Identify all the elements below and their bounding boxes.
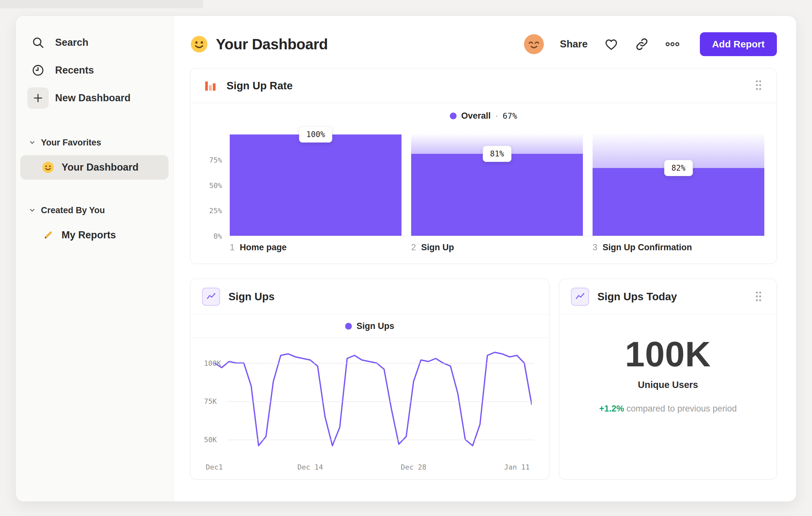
- sidebar-item-my-reports[interactable]: My Reports: [20, 223, 169, 247]
- funnel-bar[interactable]: 82%: [592, 134, 764, 236]
- smiley-emoji-icon: [190, 35, 208, 53]
- header-actions: Share Add Report: [524, 32, 777, 56]
- funnel-legend: Overall · 67%: [191, 103, 777, 125]
- chevron-down-icon: [29, 139, 36, 146]
- heart-icon: [604, 37, 619, 52]
- funnel-step-labels: 1Home page2Sign Up3Sign Up Confirmation: [230, 243, 764, 252]
- legend-label: Sign Ups: [356, 321, 394, 331]
- sidebar-item-recents[interactable]: Recents: [19, 56, 170, 84]
- funnel-step-index: 3: [592, 243, 598, 252]
- funnel-y-axis: 75%50%25%0%: [203, 134, 230, 236]
- sidebar-item-search[interactable]: Search: [19, 29, 170, 56]
- gridline: [227, 440, 533, 440]
- background-window-edge: [0, 0, 203, 8]
- funnel-bar-value-pill: 82%: [664, 160, 693, 176]
- drag-handle-icon[interactable]: [752, 77, 765, 94]
- card-title: Sign Ups: [228, 291, 274, 303]
- funnel-step-index: 1: [230, 243, 235, 252]
- line-chart-icon: [202, 288, 220, 306]
- line-plot-inner: Dec1Dec 14Dec 28Jan 11: [214, 343, 532, 458]
- funnel-bar-fill: [411, 154, 583, 236]
- section-header-your-favorites[interactable]: Your Favorites: [19, 133, 170, 153]
- section-your-favorites: Your Favorites Your Dashboard: [19, 133, 170, 180]
- funnel-bar[interactable]: 81%: [411, 134, 583, 236]
- section-title: Your Favorites: [41, 138, 101, 148]
- card-title: Sign Ups Today: [598, 291, 677, 303]
- page-title-wrap: Your Dashboard: [190, 35, 328, 53]
- gridline: [227, 401, 533, 402]
- page-title: Your Dashboard: [216, 35, 328, 53]
- card-sign-ups-today: Sign Ups Today 100K Unique Users +1.2%: [559, 279, 777, 480]
- funnel-step-label: 2Sign Up: [411, 243, 583, 252]
- legend-dot: [450, 113, 457, 119]
- app-window: Search Recents New Dashboard: [16, 16, 796, 502]
- metric-label: Unique Users: [566, 380, 770, 390]
- x-axis-label: Dec 14: [297, 463, 323, 471]
- metric-body: 100K Unique Users +1.2% compared to prev…: [559, 315, 777, 433]
- pencil-icon: [41, 229, 55, 241]
- main-content: Your Dashboard Share: [173, 16, 796, 501]
- sidebar-item-label: Your Dashboard: [62, 162, 139, 173]
- funnel-step-name: Sign Up Confirmation: [603, 243, 692, 252]
- plus-icon: [27, 87, 49, 109]
- avatar[interactable]: [524, 34, 544, 54]
- funnel-step-label: 1Home page: [230, 243, 402, 252]
- y-axis-label: 100K: [204, 359, 221, 367]
- sidebar-item-new-dashboard[interactable]: New Dashboard: [19, 84, 170, 112]
- section-header-created-by-you[interactable]: Created By You: [19, 200, 170, 220]
- chevron-down-icon: [29, 207, 36, 214]
- funnel-step-name: Sign Up: [421, 243, 454, 252]
- card-sign-up-rate: Sign Up Rate Overall · 67% 75%50%25%0%: [190, 68, 777, 264]
- legend-value: 67%: [503, 111, 517, 120]
- sidebar-item-label: New Dashboard: [55, 92, 130, 104]
- y-axis-label: 75K: [204, 397, 217, 405]
- legend-dot: [345, 323, 352, 330]
- copy-link-button[interactable]: [635, 37, 649, 51]
- favorite-heart-button[interactable]: [604, 37, 619, 52]
- x-axis-label: Dec1: [206, 463, 223, 471]
- legend-separator: ·: [495, 111, 498, 121]
- section-title: Created By You: [41, 206, 105, 215]
- sidebar-item-your-dashboard[interactable]: Your Dashboard: [20, 155, 169, 180]
- funnel-bar-value-pill: 100%: [299, 127, 332, 142]
- more-options-button[interactable]: [665, 37, 680, 52]
- funnel-step-label: 3Sign Up Confirmation: [592, 243, 764, 252]
- search-icon: [27, 32, 49, 53]
- funnel-y-axis-label: 25%: [209, 207, 222, 215]
- sidebar-item-label: My Reports: [62, 229, 116, 241]
- delta-value: +1.2%: [599, 404, 624, 413]
- share-button[interactable]: Share: [560, 38, 588, 50]
- card-header: Sign Ups: [191, 279, 549, 315]
- card-sign-ups: Sign Ups Sign Ups Dec1Dec 14Dec 28Jan 11…: [190, 279, 549, 480]
- clock-icon: [27, 60, 49, 81]
- drag-handle-icon[interactable]: [752, 288, 765, 305]
- x-axis-label: Dec 28: [401, 463, 426, 471]
- gridline: [227, 363, 533, 364]
- funnel-bar-fill: [230, 134, 402, 236]
- funnel-bars: 100%81%82%: [230, 134, 764, 236]
- funnel-bar-fill: [592, 168, 764, 236]
- line-chart: Dec1Dec 14Dec 28Jan 11 100K75K50K: [191, 338, 549, 479]
- line-plot: Dec1Dec 14Dec 28Jan 11 100K75K50K: [203, 343, 537, 458]
- y-axis-label: 50K: [204, 436, 217, 444]
- line-chart-icon: [571, 288, 589, 306]
- metric-delta: +1.2% compared to previous period: [566, 404, 770, 414]
- funnel-y-axis-label: 50%: [209, 181, 222, 189]
- legend-label: Overall: [461, 111, 491, 121]
- funnel-step-index: 2: [411, 243, 416, 252]
- add-report-button[interactable]: Add Report: [700, 32, 777, 56]
- smiley-emoji-icon: [41, 161, 55, 173]
- dashboard-header: Your Dashboard Share: [190, 29, 777, 60]
- funnel-step-name: Home page: [240, 243, 287, 252]
- funnel-bar[interactable]: 100%: [230, 134, 402, 236]
- line-legend: Sign Ups: [191, 315, 549, 338]
- sidebar-item-label: Search: [55, 37, 88, 48]
- funnel-y-axis-label: 0%: [214, 232, 222, 240]
- card-header: Sign Up Rate: [191, 69, 777, 103]
- funnel-chart: 75%50%25%0% 100%81%82% 1Home page2Sign U…: [191, 125, 777, 264]
- funnel-bar-value-pill: 81%: [483, 146, 511, 162]
- line-chart-svg: [214, 343, 532, 458]
- ellipsis-icon: [665, 37, 680, 52]
- link-icon: [635, 37, 649, 51]
- metric-value: 100K: [566, 333, 770, 374]
